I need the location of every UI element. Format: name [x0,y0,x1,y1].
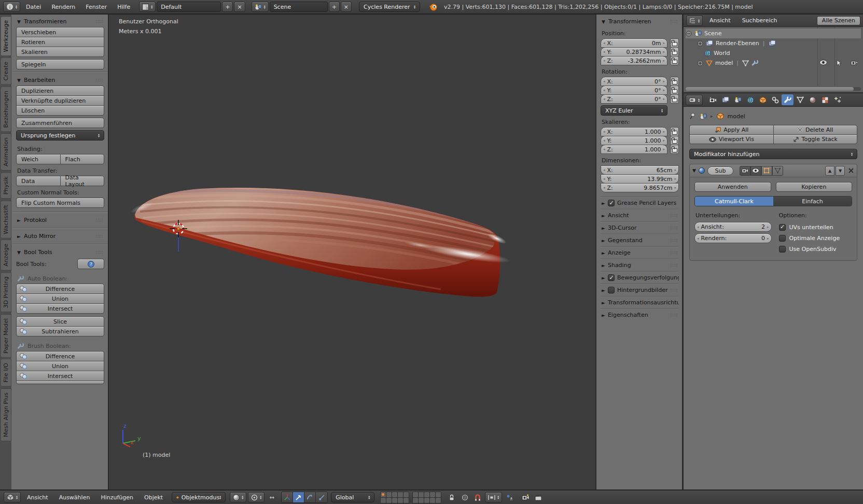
lock-scale-z-button[interactable] [670,145,679,154]
move-modifier-down-button[interactable]: ▼ [836,166,845,176]
render-toggle-button[interactable] [740,166,750,176]
flach-button[interactable]: Flach [60,154,105,164]
increment-icon[interactable]: ▸ [663,79,665,83]
panel-header-anzeige[interactable]: ►Anzeige:::: [601,246,679,259]
viewport-toggle-button[interactable] [750,166,761,176]
einfach-option[interactable]: Einfach [773,197,852,206]
scene-selector-icon-button[interactable]: ▴▾ [252,2,269,12]
view-menu-hinzufuegen[interactable]: Hinzufügen [96,492,138,503]
anwenden-button[interactable]: Anwenden [694,182,771,192]
delete-all-button[interactable]: Delete All [773,125,858,135]
decrement-icon[interactable]: ◂ [697,225,699,229]
panel-header-bewegungsverfolgung[interactable]: ►Bewegungsverfolgung:::: [601,271,679,284]
render-engine-select[interactable]: Cycles Renderer ▴▾ [359,2,420,12]
increment-icon[interactable]: ▸ [674,168,676,172]
decrement-icon[interactable]: ◂ [603,59,605,63]
decrement-icon[interactable]: ◂ [603,41,605,45]
duplizieren-button[interactable]: Duplizieren [16,86,104,96]
decrement-icon[interactable]: ◂ [603,177,605,181]
decrement-icon[interactable]: ◂ [603,168,605,172]
scale-x-field[interactable]: ◂X:1.000▸ [601,127,667,136]
dimension-z-field[interactable]: ◂Z:9.8657cm▸ [601,183,679,192]
tab-object-data[interactable] [794,94,806,105]
outliner-menu-ansicht[interactable]: Ansicht [705,15,735,26]
outliner-editor-type-button[interactable]: ▴▾ [686,16,703,26]
view-subdivisions-field[interactable]: ◂ Ansicht: 2 ▸ [694,222,772,232]
tab-object[interactable] [757,94,769,105]
loeschen-button[interactable]: Löschen [16,105,104,116]
lock-scale-x-button[interactable] [670,127,679,136]
checkbox-checked-icon[interactable] [779,224,786,231]
tab-material[interactable] [806,94,818,105]
increment-icon[interactable]: ▸ [674,186,676,190]
increment-icon[interactable]: ▸ [663,130,665,134]
panel-header-protokol[interactable]: ► Protokol :::: [16,214,104,226]
kopieren-button[interactable]: Kopieren [776,182,853,192]
lock-position-y-button[interactable] [670,47,679,57]
pivot-center-button[interactable]: ▴▾ [248,492,265,502]
renderability-camera-icon[interactable] [851,60,858,65]
expand-plus-icon[interactable] [697,60,703,66]
outliner-horizontal-scrollbar[interactable] [686,87,861,91]
proportional-edit-button[interactable] [459,492,470,502]
delete-modifier-x-icon[interactable] [848,167,854,174]
menu-datei[interactable]: Datei [21,2,46,12]
increment-icon[interactable]: ▸ [663,97,665,101]
panel-header-bool-tools[interactable]: ▼ Bool Tools :::: [16,246,104,258]
panel-grip-icon[interactable]: :::: [670,263,678,268]
panel-header-transformieren-n[interactable]: ▼ Transformieren :::: [601,16,679,27]
tab-scene[interactable] [732,94,744,105]
data-button[interactable]: Data [16,176,61,186]
render-subdivisions-field[interactable]: ◂ Rendern: 0 ▸ [694,233,772,243]
lock-rotation-z-button[interactable] [670,94,679,104]
tab-file-io[interactable]: File I/O [1,359,11,387]
rotation-z-field[interactable]: ◂Z:0°▸ [601,94,667,104]
lock-scale-y-button[interactable] [670,136,679,145]
tab-mesh-align-plus[interactable]: Mesh Align Plus [1,388,11,441]
cage-toggle-button[interactable] [772,166,783,176]
auto-difference-button[interactable]: Difference [16,284,104,294]
outliner-row-model[interactable]: model | [686,58,861,68]
viewport-vis-button[interactable]: Viewport Vis [689,134,774,144]
outliner-menu-suchbereich[interactable]: Suchbereich [737,15,782,26]
properties-editor-type-button[interactable]: ▴▾ [686,95,703,105]
decrement-icon[interactable]: ◂ [603,79,605,83]
checkbox-unchecked-icon[interactable] [779,235,786,242]
panel-header-hintergrundbilder[interactable]: ►Hintergrundbilder:::: [601,284,679,296]
increment-icon[interactable]: ▸ [663,147,665,151]
position-z-field[interactable]: ◂Z:-3.2662mm▸ [601,56,667,65]
snap-target-button[interactable] [504,492,515,502]
collapse-arrow-icon[interactable]: ▼ [692,168,696,173]
panel-header-gegenstand[interactable]: ►Gegenstand:::: [601,234,679,246]
flip-custom-normals-button[interactable]: Flip Custom Normals [16,198,104,208]
bool-help-button[interactable]: ? [77,259,104,269]
apply-all-button[interactable]: Apply All [689,125,774,135]
screen-layout-name-field[interactable]: Default [157,2,221,12]
outliner-filter-select[interactable]: Alle Szenen [817,16,860,25]
rotate-manipulator-button[interactable] [304,492,316,502]
decrement-icon[interactable]: ◂ [603,50,605,54]
expand-plus-icon[interactable] [697,40,703,47]
panel-grip-icon[interactable]: :::: [95,19,103,24]
edit-mode-toggle-button[interactable] [761,166,772,176]
increment-icon[interactable]: ▸ [663,138,665,143]
checkbox-checked-icon[interactable] [608,274,615,281]
tab-werkzeuge[interactable]: Werkzeuge [1,16,11,56]
optimal-display-option[interactable]: Optimale Anzeige [779,233,852,243]
tab-particles[interactable] [831,94,843,105]
rotation-x-field[interactable]: ◂X:0°▸ [601,77,667,86]
rotation-mode-select[interactable]: XYZ Euler ▴▾ [601,105,667,116]
panel-header-transformieren[interactable]: ▼ Transformieren :::: [16,16,104,27]
panel-grip-icon[interactable]: :::: [670,288,678,292]
tab-constraints[interactable] [769,94,781,105]
menu-hilfe[interactable]: Hilfe [113,2,135,12]
visibility-eye-icon[interactable] [819,60,827,65]
manipulator-axes-icon-button[interactable] [282,492,293,502]
increment-icon[interactable]: ▸ [663,88,665,92]
move-modifier-up-button[interactable]: ▲ [825,166,834,176]
add-layout-button[interactable]: + [222,2,233,12]
mode-select[interactable]: Objektmodus ▴▾ [172,492,226,502]
verschieben-button[interactable]: Verschieben [16,27,104,37]
model-3d[interactable]: z y x [109,15,595,489]
viewport-editor-type-button[interactable]: ▴▾ [4,492,21,502]
